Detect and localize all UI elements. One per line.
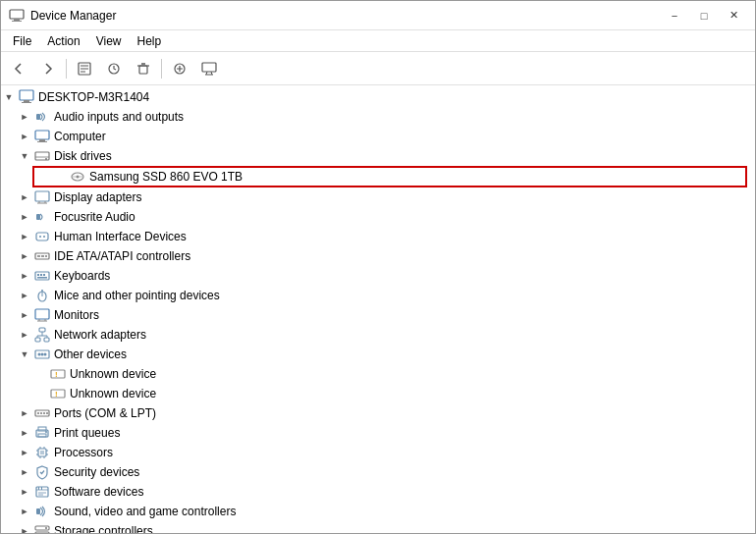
list-item[interactable]: ► Display adapters: [1, 187, 755, 207]
svg-point-48: [41, 290, 43, 292]
forward-button[interactable]: [34, 56, 62, 81]
list-item[interactable]: ► Storage controllers: [1, 521, 755, 533]
mice-toggle[interactable]: ►: [17, 288, 32, 303]
ports-toggle[interactable]: ►: [17, 405, 32, 421]
close-button[interactable]: ✕: [720, 6, 747, 26]
disk-drives-label: Disk drives: [52, 149, 112, 163]
list-item[interactable]: ► IDE ATA/ATAPI controllers: [1, 246, 755, 266]
sound-icon: [34, 504, 50, 519]
minimize-button[interactable]: −: [661, 6, 688, 26]
list-item[interactable]: ► Keyboards: [1, 266, 755, 286]
back-button[interactable]: [5, 56, 32, 81]
svg-rect-66: [51, 390, 65, 398]
monitors-toggle[interactable]: ►: [17, 307, 32, 323]
sound-toggle[interactable]: ►: [17, 504, 32, 519]
storage-toggle[interactable]: ►: [17, 523, 32, 533]
software-toggle[interactable]: ►: [17, 484, 32, 500]
mice-label: Mice and other pointing devices: [52, 289, 220, 302]
title-bar: Device Manager − □ ✕: [1, 1, 755, 30]
list-item[interactable]: ► Human Interface Devices: [1, 227, 755, 246]
list-item[interactable]: ► Security devices: [1, 462, 755, 482]
maximize-button[interactable]: □: [690, 6, 718, 26]
svg-rect-22: [37, 141, 47, 142]
hid-label: Human Interface Devices: [52, 230, 187, 243]
menu-view[interactable]: View: [88, 32, 130, 50]
computer-icon: [19, 89, 34, 105]
list-item[interactable]: ► Ports (COM & LPT): [1, 403, 755, 423]
toolbar-separator-1: [66, 59, 67, 79]
menu-action[interactable]: Action: [39, 32, 87, 50]
print-icon: [34, 425, 50, 441]
list-item[interactable]: ► Software devices: [1, 482, 755, 502]
svg-point-70: [40, 412, 42, 414]
disk-drives-toggle[interactable]: ▼: [17, 148, 32, 164]
list-item[interactable]: ► Network adapters: [1, 325, 755, 345]
list-item[interactable]: ► Computer: [1, 127, 755, 146]
list-item[interactable]: ► Monitors: [1, 305, 755, 325]
tree-root[interactable]: ▼ DESKTOP-M3R1404: [1, 87, 755, 107]
svg-rect-53: [39, 328, 45, 332]
svg-rect-17: [24, 100, 29, 102]
svg-rect-55: [44, 338, 49, 342]
focusrite-toggle[interactable]: ►: [17, 209, 32, 225]
svg-rect-95: [35, 532, 49, 533]
uninstall-button[interactable]: [130, 56, 157, 81]
computer-toggle[interactable]: ►: [17, 129, 32, 144]
svg-rect-42: [37, 274, 39, 276]
disk-drives-item[interactable]: ▼ Disk drives: [1, 146, 755, 166]
monitor-button[interactable]: [195, 56, 223, 81]
unknown-device-1-item[interactable]: ! Unknown device: [1, 364, 755, 384]
svg-text:!: !: [55, 390, 58, 399]
monitors-icon: [34, 307, 50, 323]
svg-rect-16: [20, 90, 33, 100]
root-label: DESKTOP-M3R1404: [36, 90, 149, 104]
unknown-device-2-item[interactable]: ! Unknown device: [1, 384, 755, 403]
print-toggle[interactable]: ►: [17, 425, 32, 441]
update-driver-button[interactable]: [100, 56, 128, 81]
list-item[interactable]: ► Audio inputs and outputs: [1, 107, 755, 127]
svg-rect-34: [36, 233, 48, 240]
audio-toggle[interactable]: ►: [17, 109, 32, 125]
list-item[interactable]: ► Processors: [1, 443, 755, 462]
ports-label: Ports (COM & LPT): [52, 406, 156, 420]
ide-toggle[interactable]: ►: [17, 248, 32, 264]
svg-rect-38: [37, 255, 40, 257]
ide-icon: [34, 248, 50, 264]
unknown-device-icon-1: !: [50, 366, 66, 382]
hid-toggle[interactable]: ►: [17, 229, 32, 244]
network-toggle[interactable]: ►: [17, 327, 32, 343]
network-icon: [34, 327, 50, 343]
svg-point-69: [37, 412, 39, 414]
device-manager-window: Device Manager − □ ✕ File Action View He…: [0, 0, 756, 534]
list-item[interactable]: ► Print queues: [1, 423, 755, 443]
processors-toggle[interactable]: ►: [17, 445, 32, 460]
security-label: Security devices: [52, 465, 139, 479]
tree-area[interactable]: ▼ DESKTOP-M3R1404 ► Audio inp: [1, 85, 755, 533]
list-item[interactable]: ► Mice and other pointing devices: [1, 286, 755, 305]
other-devices-item[interactable]: ▼ Other devices: [1, 345, 755, 364]
menu-help[interactable]: Help: [130, 32, 170, 50]
unknown-device-icon-2: !: [50, 386, 66, 401]
display-toggle[interactable]: ►: [17, 189, 32, 205]
samsung-ssd-item[interactable]: Samsung SSD 860 EVO 1TB: [32, 166, 747, 187]
root-toggle[interactable]: ▼: [1, 89, 17, 105]
other-toggle[interactable]: ▼: [17, 347, 32, 362]
monitors-label: Monitors: [52, 308, 99, 322]
scan-hardware-button[interactable]: [166, 56, 193, 81]
print-label: Print queues: [52, 426, 120, 440]
other-icon: [34, 347, 50, 362]
svg-point-96: [45, 527, 47, 529]
svg-point-63: [44, 353, 47, 356]
list-item[interactable]: ► Focusrite Audio: [1, 207, 755, 227]
menu-bar: File Action View Help: [1, 30, 755, 52]
security-toggle[interactable]: ►: [17, 464, 32, 480]
menu-file[interactable]: File: [5, 32, 39, 50]
list-item[interactable]: ► Sound, video and game controllers: [1, 502, 755, 521]
svg-point-71: [43, 412, 45, 414]
software-label: Software devices: [52, 485, 143, 499]
keyboard-toggle[interactable]: ►: [17, 268, 32, 284]
properties-button[interactable]: [71, 56, 98, 81]
svg-point-76: [45, 431, 47, 433]
storage-icon: [34, 523, 50, 533]
svg-rect-18: [22, 102, 31, 103]
